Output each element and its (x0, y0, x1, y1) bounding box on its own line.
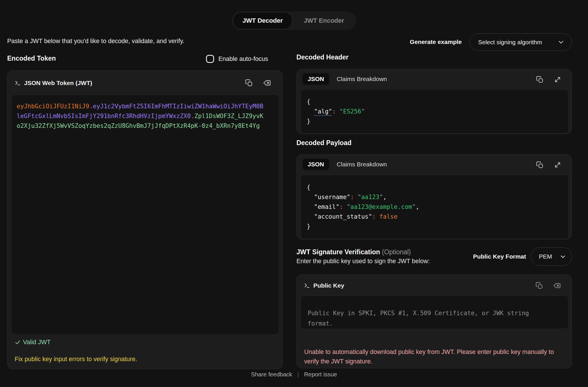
decoded-payload-json: { "username": "aa123", "email": "aa123@e… (300, 175, 568, 239)
decoded-payload-view-tabs: JSON Claims Breakdown (302, 159, 387, 170)
backspace-clear-icon (553, 282, 561, 289)
public-key-format-select[interactable]: PEM (531, 247, 572, 266)
tab-jwt-decoder[interactable]: JWT Decoder (233, 12, 293, 29)
chevron-down-icon (557, 38, 565, 46)
signature-optional-label: (Optional) (382, 248, 411, 256)
enable-autofocus-checkbox-row[interactable]: Enable auto-focus (206, 55, 268, 63)
public-key-format-label: Public Key Format (473, 253, 526, 260)
code-line: leGFtcGxlLmNvbSIsImFjY291bnRfc3RhdHVzIjp… (17, 111, 274, 121)
mode-tabbar: JWT Decoder JWT Encoder (232, 11, 356, 30)
decoded-payload-tab-claims[interactable]: Claims Breakdown (337, 161, 387, 168)
decoded-header-panel: JSON Claims Breakdown { "alg": "ES256"} (296, 69, 572, 134)
code-line: o2Xju32ZfXj5WvVSZoqYzbes2qZzU8GhvBmJ7jJf… (17, 121, 274, 131)
decoded-payload-heading: Decoded Payload (296, 139, 352, 147)
signature-verification-title: JWT Signature Verification (296, 248, 380, 256)
encoded-token-heading: Encoded Token (7, 55, 56, 62)
code-line: } (307, 116, 562, 126)
tab-jwt-encoder[interactable]: JWT Encoder (293, 12, 356, 29)
encoded-token-panel-header: JSON Web Token (JWT) (7, 71, 282, 95)
chevron-down-icon (559, 253, 566, 260)
decoded-payload-tab-json[interactable]: JSON (302, 159, 329, 170)
code-line: "alg": "ES256" (307, 107, 562, 116)
clear-public-key-button[interactable] (553, 282, 561, 289)
copy-token-button[interactable] (245, 79, 253, 87)
public-key-panel-header: Public Key (297, 275, 572, 296)
signature-verification-heading: JWT Signature Verification (Optional) (296, 248, 411, 256)
decoded-header-tab-json[interactable]: JSON (302, 73, 329, 85)
decoded-header-heading: Decoded Header (296, 53, 349, 61)
code-line: "username": "aa123", (307, 192, 562, 202)
copy-icon (535, 282, 543, 289)
encoded-token-panel: JSON Web Token (JWT) eyJhbGciOiJFUzI1NiJ… (7, 70, 283, 369)
copy-icon (245, 79, 253, 87)
signing-algorithm-select[interactable]: Select signing algorithm (469, 33, 572, 51)
public-key-format-value: PEM (539, 253, 552, 260)
public-key-input[interactable]: Public Key in SPKI, PKCS #1, X.509 Certi… (300, 296, 568, 329)
code-line: { (307, 182, 562, 192)
public-key-placeholder: Public Key in SPKI, PKCS #1, X.509 Certi… (308, 308, 537, 329)
public-key-panel-title: Public Key (313, 282, 344, 289)
jwt-token-input[interactable]: eyJhbGciOiJFUzI1NiJ9.eyJ1c2VybmFtZSI6ImF… (12, 95, 279, 334)
encoded-token-panel-title: JSON Web Token (JWT) (24, 80, 92, 86)
copy-icon (536, 161, 544, 169)
signature-verification-subheading: Enter the public key used to sign the JW… (296, 258, 430, 265)
code-line: "account_status": false (307, 212, 562, 222)
tab-jwt-encoder-label: JWT Encoder (304, 17, 344, 24)
footer: Share feedback | Report issue (0, 371, 588, 378)
code-line: "email": "aa123@example.com", (307, 202, 562, 212)
jwt-valid-label: Valid JWT (23, 339, 51, 346)
autofocus-checkbox[interactable] (206, 55, 214, 63)
public-key-download-warning: Unable to automatically download public … (304, 347, 564, 366)
copy-decoded-header-button[interactable] (536, 76, 544, 83)
checkmark-icon (15, 339, 21, 345)
decoded-header-tab-claims[interactable]: Claims Breakdown (337, 76, 387, 82)
decoded-header-view-tabs: JSON Claims Breakdown (302, 73, 387, 85)
signing-algorithm-select-value: Select signing algorithm (478, 39, 542, 46)
expand-decoded-header-button[interactable] (554, 76, 561, 83)
intro-text: Paste a JWT below that you'd like to dec… (7, 38, 185, 45)
code-line: eyJhbGciOiJFUzI1NiJ9.eyJ1c2VybmFtZSI6ImF… (17, 101, 274, 111)
code-line: { (307, 97, 562, 107)
terminal-prompt-icon (15, 80, 21, 86)
clear-token-button[interactable] (263, 79, 271, 87)
backspace-clear-icon (263, 79, 271, 87)
autofocus-label: Enable auto-focus (218, 55, 268, 63)
copy-public-key-button[interactable] (535, 282, 543, 289)
expand-icon (554, 161, 561, 169)
fix-public-key-warning: Fix public key input errors to verify si… (15, 356, 137, 363)
footer-divider: | (297, 371, 299, 378)
jwt-valid-status: Valid JWT (15, 339, 51, 346)
copy-icon (536, 76, 544, 83)
expand-decoded-payload-button[interactable] (554, 161, 561, 169)
copy-decoded-payload-button[interactable] (536, 161, 544, 169)
decoded-payload-panel: JSON Claims Breakdown { "username": "aa1… (296, 154, 572, 239)
code-line: } (307, 222, 562, 231)
decoded-header-json: { "alg": "ES256"} (300, 89, 568, 134)
generate-example-button[interactable]: Generate example (410, 38, 462, 45)
terminal-prompt-icon (304, 282, 310, 289)
expand-icon (554, 76, 561, 83)
tab-jwt-decoder-label: JWT Decoder (242, 17, 283, 24)
share-feedback-link[interactable]: Share feedback (251, 371, 292, 378)
report-issue-link[interactable]: Report issue (304, 371, 337, 378)
public-key-panel: Public Key Public Key in SPKI, PKCS #1, … (296, 274, 572, 368)
